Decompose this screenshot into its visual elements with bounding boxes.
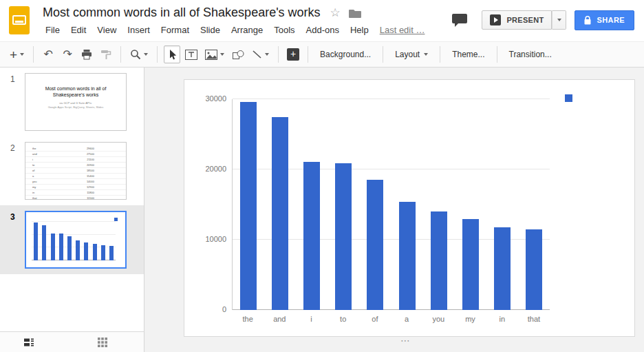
add-comment-button[interactable]: + [285,45,301,63]
menu-item-file[interactable]: File [40,23,65,37]
slide-2-thumbnail[interactable]: the29600and27500i21100to20900of18500a154… [25,142,127,200]
bar-slot [82,222,90,260]
insert-image-button[interactable] [202,45,227,63]
chart-plot-area [32,222,116,260]
toolbar-separator [383,46,383,63]
menu-item-slide[interactable]: Slide [195,23,226,37]
layout-label: Layout [395,50,420,59]
bar-slot [74,222,82,260]
slide-canvas[interactable]: 0100002000030000theanditoofayoumyinthat [184,79,635,337]
menu-item-format[interactable]: Format [155,23,195,37]
present-dropdown-button[interactable] [552,10,566,30]
filmstrip-view-button[interactable] [23,338,34,347]
folder-icon[interactable] [349,8,361,18]
bar-slot [99,222,107,260]
chevron-down-icon [424,53,428,56]
slide-number: 2 [10,143,15,153]
transition-button[interactable]: Transition... [502,45,559,63]
bar-i [51,234,55,260]
filmstrip-view-icon [23,338,34,347]
undo-icon: ↶ [43,49,52,60]
bar-a [76,240,80,260]
menu-item-edit[interactable]: Edit [65,23,92,37]
thumb-table-word: my [32,185,36,189]
plus-icon: + [10,48,17,61]
menu-item-insert[interactable]: Insert [122,23,155,37]
title-row: Most common words in all of Shakespeare'… [43,6,361,20]
present-button[interactable]: PRESENT [482,10,552,30]
toolbar-separator [120,46,121,63]
bar-slot [296,99,328,310]
bar-slot [328,99,359,310]
menu-item-arrange[interactable]: Arrange [226,23,268,37]
thumb-table-count: 27500 [87,152,94,156]
bar-slot [264,99,296,310]
document-title[interactable]: Most common words in all of Shakespeare'… [43,6,321,20]
undo-button[interactable]: ↶ [40,45,56,63]
bar-slot [518,99,550,310]
editing-canvas: 0100002000030000theanditoofayoumyinthat … [144,68,644,352]
menu-item-addons[interactable]: Add-ons [301,23,345,37]
background-label: Background... [320,50,371,59]
thumb-table-word: and [32,152,37,156]
chart-plot-area [232,99,550,310]
menu-item-tools[interactable]: Tools [268,23,300,37]
text-box-button[interactable] [183,45,200,63]
slide-3-mini-chart [26,212,125,267]
menu-item-help[interactable]: Help [345,23,374,37]
bar-my [462,219,479,310]
thumb-table-count: 14000 [87,179,94,184]
bar-to [335,163,352,310]
bar-in [494,227,511,310]
paint-format-button[interactable] [98,45,114,63]
bar-that [109,246,114,260]
insert-shape-button[interactable] [230,45,246,63]
slides-app-icon[interactable] [9,6,30,34]
thumb-table-word: to [32,163,34,167]
layout-button[interactable]: Layout [388,45,435,63]
line-icon [252,50,262,59]
bar-slot [486,99,518,310]
bar-that [526,229,542,310]
new-slide-button[interactable]: + [7,45,27,63]
last-edit-link[interactable]: Last edit … [380,25,425,35]
slide-3-thumbnail[interactable] [25,211,127,269]
toolbar: + ↶ ↷ + Background... Layout [0,41,644,68]
slide-1-thumbnail[interactable]: Most common words in all of Shakespeare'… [25,73,127,131]
notes-resize-handle[interactable]: ⋯ [400,335,411,346]
thumb-table-row: of18500 [25,168,126,174]
bar-you [431,211,447,310]
x-axis-label-a: a [391,315,422,323]
x-axis-label-the: the [232,315,264,323]
share-button[interactable]: SHARE [575,10,634,30]
chevron-down-icon [144,53,148,56]
thumb-table-count: 11800 [87,190,94,195]
insert-line-button[interactable] [249,45,272,63]
thumb-table-count: 20900 [87,163,94,167]
y-axis-tick-label: 10000 [194,235,226,243]
theme-button[interactable]: Theme... [445,45,491,63]
background-button[interactable]: Background... [313,45,378,63]
menu-items: FileEditViewInsertFormatSlideArrangeTool… [40,23,374,37]
grid-view-button[interactable] [98,338,107,347]
thumb-table-row: in11800 [25,190,126,196]
thumb-table-count: 29600 [87,146,94,151]
slide-row-1: 1 Most common words in all of Shakespear… [0,68,144,136]
bar-in [101,245,105,260]
bar-chart[interactable]: 0100002000030000theanditoofayoumyinthat [184,80,634,336]
chevron-down-icon [557,19,561,21]
menu-item-view[interactable]: View [92,23,122,37]
legend-marker [565,94,572,102]
comments-icon[interactable] [451,13,468,28]
thumb-table-count: 12900 [87,185,94,189]
thumb-table-count: 21100 [87,157,94,162]
toolbar-separator [157,46,158,63]
print-button[interactable] [78,45,95,63]
select-tool-button[interactable] [164,45,180,63]
slide-number: 1 [10,74,15,84]
bar-of [367,180,383,310]
zoom-button[interactable] [127,45,151,63]
star-icon[interactable]: ☆ [330,6,341,20]
paint-roller-icon [100,49,111,60]
redo-button[interactable]: ↷ [59,45,76,63]
